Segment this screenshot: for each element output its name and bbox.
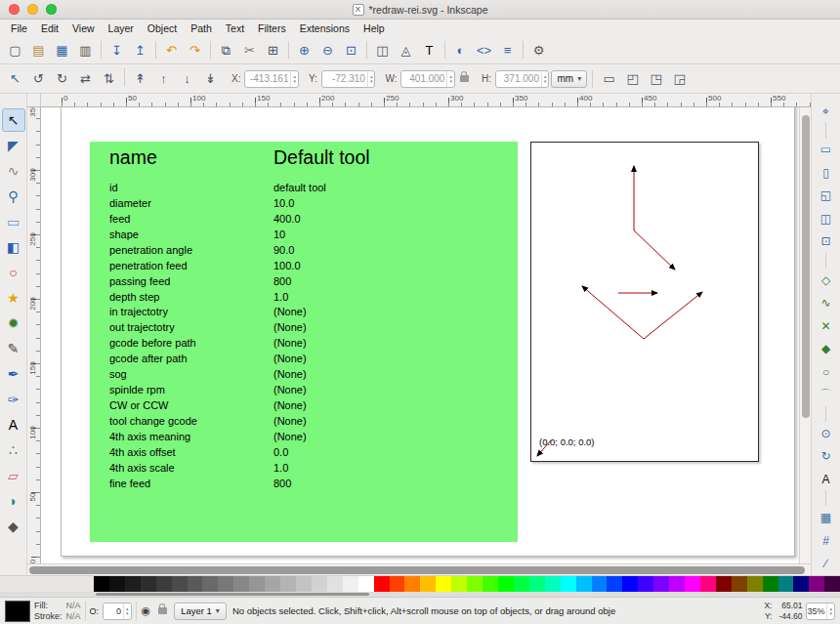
palette-swatch[interactable] [141, 576, 156, 592]
x-spinner[interactable]: ▴▾ [290, 71, 298, 87]
palette-swatch[interactable] [653, 576, 669, 592]
palette-swatch[interactable] [824, 576, 840, 592]
paint-bucket-tool-button[interactable]: ◗ [2, 489, 25, 513]
snap-guides-button[interactable]: ∕ [816, 553, 837, 573]
palette-swatch[interactable] [296, 576, 312, 592]
palette-swatch[interactable] [420, 576, 436, 592]
snap-grids-button[interactable]: # [816, 530, 837, 551]
palette-swatch[interactable] [763, 576, 778, 592]
pen-tool-button[interactable]: ✒ [2, 362, 25, 386]
zoom-spinner[interactable]: ▴▾ [826, 603, 834, 619]
palette-swatch[interactable] [327, 576, 343, 592]
rotate-90-cw-button[interactable]: ↻ [51, 68, 73, 90]
xml-editor-button[interactable]: <> [473, 39, 495, 61]
palette-swatch[interactable] [514, 576, 529, 592]
snap-text-baseline-button[interactable]: A [816, 469, 837, 489]
palette-swatch[interactable] [280, 576, 296, 592]
minimize-window-button[interactable] [27, 4, 38, 15]
duplicate-button[interactable]: ◫ [371, 39, 394, 61]
palette-scrollbar[interactable] [0, 592, 840, 597]
horizontal-scrollbar-thumb[interactable] [29, 566, 805, 574]
eraser-tool-button[interactable]: ▱ [2, 464, 25, 487]
menu-object[interactable]: Object [141, 22, 184, 34]
palette-swatch[interactable] [188, 576, 203, 592]
snap-enable-button[interactable]: ⌖ [816, 101, 837, 121]
raise-to-top-button[interactable]: ↟ [129, 68, 151, 90]
opacity-spinner[interactable]: ▴▾ [123, 603, 131, 619]
snap-page-border-button[interactable]: ▦ [816, 507, 837, 527]
vertical-scrollbar-thumb[interactable] [802, 115, 810, 418]
flip-vertical-button[interactable]: ⇅ [98, 68, 120, 90]
palette-swatch[interactable] [561, 576, 576, 592]
snap-path-intersections-button[interactable]: ✕ [816, 315, 837, 336]
zoom-page-button[interactable]: ⊡ [340, 39, 362, 61]
palette-swatch[interactable] [390, 576, 405, 592]
fill-stroke-swatch[interactable] [5, 601, 30, 622]
palette-swatch[interactable] [793, 576, 809, 592]
palette-swatch[interactable] [638, 576, 653, 592]
new-document-button[interactable]: ▢ [4, 39, 26, 61]
palette-swatch[interactable] [483, 576, 498, 592]
open-document-button[interactable]: ▤ [27, 39, 50, 61]
ellipse-tool-button[interactable]: ○ [2, 261, 25, 284]
palette-swatch[interactable] [592, 576, 608, 592]
raise-button[interactable]: ↑ [152, 68, 175, 90]
export-button[interactable]: ↥ [129, 39, 151, 61]
parameters-table-object[interactable]: name Default tool iddefault tooldiameter… [90, 142, 518, 542]
menu-text[interactable]: Text [219, 22, 251, 34]
palette-swatch[interactable] [404, 576, 420, 592]
snap-midpoints-button[interactable]: ⌒ [816, 384, 837, 404]
create-clone-button[interactable]: ◬ [395, 39, 417, 61]
palette-swatch[interactable] [94, 576, 109, 592]
snap-bbox-edges-button[interactable]: ▯ [816, 162, 837, 183]
cut-button[interactable]: ✂ [238, 39, 261, 61]
zoom-in-button[interactable]: ⊕ [293, 39, 315, 61]
palette-swatch[interactable] [451, 576, 467, 592]
palette-swatch[interactable] [685, 576, 700, 592]
palette-swatch[interactable] [358, 576, 374, 592]
palette-swatch[interactable] [467, 576, 483, 592]
spiral-tool-button[interactable]: ✹ [2, 312, 25, 335]
h-input[interactable]: 371.000 ▴▾ [495, 70, 550, 88]
star-tool-button[interactable]: ★ [2, 286, 25, 310]
dropper-tool-button[interactable]: ◆ [2, 515, 25, 538]
palette-scrollbar-thumb[interactable] [96, 593, 369, 596]
snap-cusp-nodes-button[interactable]: ◆ [816, 338, 837, 358]
palette-swatch[interactable] [778, 576, 794, 592]
zoom-tool-button[interactable]: ⚲ [2, 185, 25, 208]
palette-swatch[interactable] [436, 576, 451, 592]
vertical-scrollbar[interactable] [799, 107, 811, 563]
print-document-button[interactable]: ▥ [74, 39, 97, 61]
snap-smooth-nodes-button[interactable]: ○ [816, 361, 837, 382]
opacity-input[interactable]: 0 ▴▾ [103, 603, 132, 620]
menu-help[interactable]: Help [357, 22, 392, 34]
palette-swatch[interactable] [732, 576, 747, 592]
palette-swatch[interactable] [265, 576, 280, 592]
rotate-90-ccw-button[interactable]: ↺ [27, 68, 50, 90]
palette-swatch[interactable] [498, 576, 514, 592]
palette-swatch[interactable] [809, 576, 824, 592]
h-ruler[interactable]: 050100150200250300350400450500550 [41, 94, 811, 107]
palette-swatch[interactable] [700, 576, 716, 592]
menu-file[interactable]: File [4, 22, 34, 34]
palette-swatch[interactable] [545, 576, 561, 592]
palette-swatch[interactable] [374, 576, 390, 592]
w-spinner[interactable]: ▴▾ [446, 71, 454, 87]
palette-swatch[interactable] [249, 576, 265, 592]
pencil-tool-button[interactable]: ✎ [2, 337, 25, 360]
x-input[interactable]: -413.161 ▴▾ [244, 70, 299, 88]
palette-swatch[interactable] [576, 576, 592, 592]
transform-stroke-button[interactable]: ▭ [598, 68, 620, 90]
text-and-font-button[interactable]: T [418, 39, 441, 61]
lower-button[interactable]: ↓ [176, 68, 198, 90]
menu-extensions[interactable]: Extensions [293, 22, 357, 34]
undo-button[interactable]: ↶ [160, 39, 183, 61]
snap-rotation-centers-button[interactable]: ↻ [816, 445, 837, 466]
palette-swatch[interactable] [622, 576, 638, 592]
palette-swatch[interactable] [343, 576, 358, 592]
snap-bbox-corners-button[interactable]: ◱ [816, 186, 837, 206]
flip-horizontal-button[interactable]: ⇄ [74, 68, 97, 90]
palette-swatch[interactable] [669, 576, 685, 592]
horizontal-scrollbar[interactable] [27, 563, 811, 575]
selector-tool-button[interactable]: ↖ [2, 108, 25, 132]
